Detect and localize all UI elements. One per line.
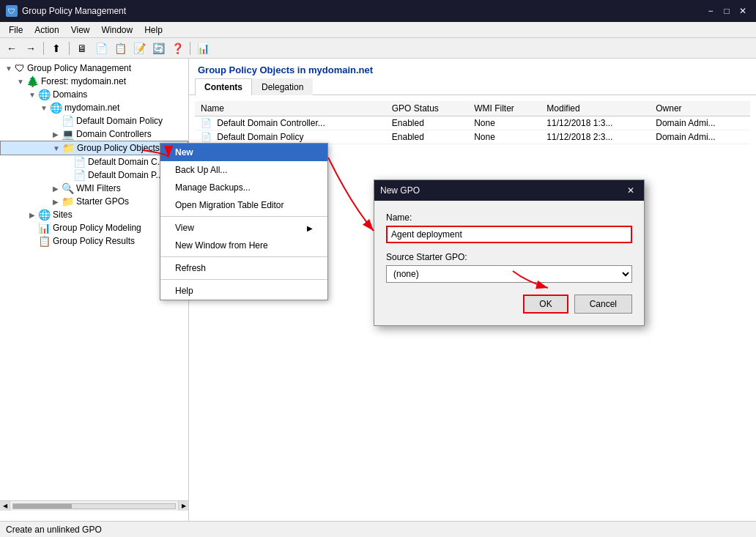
- ctx-open-migration[interactable]: Open Migration Table Editor: [160, 196, 327, 214]
- scroll-right[interactable]: ▶: [178, 501, 188, 511]
- tree-expand-root[interactable]: ▼: [3, 64, 15, 73]
- domains-icon: 🌐: [38, 89, 51, 100]
- new-window-button[interactable]: 📄: [92, 40, 110, 56]
- dialog-name-input[interactable]: [386, 226, 632, 243]
- app-icon: 🛡: [6, 5, 18, 17]
- ctx-new-window[interactable]: New Window from Here: [160, 237, 327, 254]
- dialog-buttons: OK Cancel: [386, 295, 632, 314]
- ctx-sep-1: [160, 216, 327, 217]
- tree-expand-dc[interactable]: ▶: [50, 130, 62, 138]
- title-bar: 🛡 Group Policy Management − □ ✕: [0, 0, 756, 22]
- wmi-icon: 🔍: [62, 182, 74, 194]
- dialog-cancel-button[interactable]: Cancel: [574, 295, 632, 314]
- tree-expand-domain[interactable]: ▼: [38, 104, 50, 112]
- ddc-icon: 📄: [73, 156, 86, 168]
- tree-ddp[interactable]: 📄 Default Domain Policy: [0, 114, 188, 127]
- cell-owner-1: Domain Admi...: [650, 116, 750, 130]
- ctx-help[interactable]: Help: [160, 282, 327, 300]
- dialog-close-button[interactable]: ✕: [623, 183, 638, 198]
- ctx-manage-backups[interactable]: Manage Backups...: [160, 179, 327, 196]
- gpo-row-icon-2: 📄: [201, 132, 212, 142]
- menu-help[interactable]: Help: [138, 23, 168, 37]
- cell-filter-2: None: [468, 130, 541, 144]
- table-row[interactable]: 📄 Default Domain Policy Enabled None 11/…: [195, 130, 750, 144]
- dc-icon: 💻: [62, 128, 74, 140]
- tree-expand-wmi[interactable]: ▶: [50, 185, 62, 193]
- tab-contents[interactable]: Contents: [195, 78, 252, 95]
- menu-action[interactable]: Action: [29, 23, 64, 37]
- menu-file[interactable]: File: [3, 23, 29, 37]
- menu-bar: File Action View Window Help: [0, 22, 756, 38]
- properties-button[interactable]: 📋: [111, 40, 129, 56]
- report-button[interactable]: 📊: [194, 40, 212, 56]
- cell-modified-2: 11/12/2018 2:3...: [541, 130, 650, 144]
- col-owner[interactable]: Owner: [650, 101, 750, 116]
- right-header: Group Policy Objects in mydomain.net: [189, 59, 756, 78]
- tree-dc[interactable]: ▶ 💻 Domain Controllers: [0, 127, 188, 141]
- close-button[interactable]: ✕: [735, 4, 750, 18]
- tab-delegation[interactable]: Delegation: [252, 78, 313, 95]
- status-bar: Create an unlinked GPO: [0, 521, 756, 537]
- tree-gpo-label: Group Policy Objects: [77, 143, 160, 153]
- col-filter[interactable]: WMI Filter: [468, 101, 541, 116]
- cell-modified-1: 11/12/2018 1:3...: [541, 116, 650, 130]
- toolbar: ← → ⬆ 🖥 📄 📋 📝 🔄 ❓ 📊: [0, 38, 756, 59]
- tree-wmi-label: WMI Filters: [76, 183, 121, 193]
- menu-window[interactable]: Window: [96, 23, 139, 37]
- ctx-refresh[interactable]: Refresh: [160, 259, 327, 277]
- root-icon: 🛡: [15, 62, 25, 74]
- dialog-name-label: Name:: [386, 212, 632, 223]
- scroll-track: [12, 503, 176, 509]
- scroll-left[interactable]: ◀: [0, 501, 10, 511]
- col-name[interactable]: Name: [195, 101, 386, 116]
- ctx-backup-all[interactable]: Back Up All...: [160, 161, 327, 179]
- starter-icon: 📁: [62, 196, 74, 207]
- col-status[interactable]: GPO Status: [386, 101, 468, 116]
- dialog-content: Name: Source Starter GPO: (none) OK Canc…: [374, 201, 644, 325]
- col-modified[interactable]: Modified: [541, 101, 650, 116]
- forward-button[interactable]: →: [22, 40, 40, 56]
- minimize-button[interactable]: −: [703, 4, 718, 18]
- tree-forest[interactable]: ▼ 🌲 Forest: mydomain.net: [0, 75, 188, 88]
- tree-expand-sites[interactable]: ▶: [26, 211, 38, 219]
- show-hide-button[interactable]: 🖥: [73, 40, 91, 56]
- help-button[interactable]: ❓: [168, 40, 186, 56]
- results-icon: 📋: [38, 235, 51, 247]
- ddp2-icon: 📄: [73, 169, 86, 181]
- table-row[interactable]: 📄 Default Domain Controller... Enabled N…: [195, 116, 750, 130]
- tree-domain[interactable]: ▼ 🌐 mydomain.net: [0, 101, 188, 114]
- tree-sites-label: Sites: [53, 210, 73, 220]
- h-scrollbar[interactable]: ◀ ▶: [0, 500, 188, 511]
- window-title: Group Policy Management: [22, 6, 126, 16]
- maximize-button[interactable]: □: [719, 4, 734, 18]
- back-button[interactable]: ←: [3, 40, 21, 56]
- refresh-button[interactable]: 🔄: [149, 40, 167, 56]
- scroll-thumb[interactable]: [13, 504, 72, 508]
- tree-modeling-label: Group Policy Modeling: [53, 223, 141, 233]
- menu-view[interactable]: View: [65, 23, 96, 37]
- ctx-view[interactable]: View ▶: [160, 219, 327, 237]
- dialog-titlebar: New GPO ✕: [374, 180, 644, 201]
- gpo-icon: 📁: [62, 142, 75, 154]
- filter-button[interactable]: 📝: [130, 40, 148, 56]
- tree-forest-label: Forest: mydomain.net: [41, 76, 126, 86]
- tree-expand-starter[interactable]: ▶: [50, 198, 62, 206]
- status-text: Create an unlinked GPO: [6, 525, 102, 535]
- modeling-icon: 📊: [38, 222, 51, 234]
- tree-results-label: Group Policy Results: [53, 236, 135, 246]
- dialog-ok-button[interactable]: OK: [523, 295, 568, 314]
- up-button[interactable]: ⬆: [48, 40, 65, 56]
- cell-status-1: Enabled: [386, 116, 468, 130]
- ctx-new[interactable]: New: [160, 144, 327, 161]
- tree-root[interactable]: ▼ 🛡 Group Policy Management: [0, 62, 188, 75]
- tree-expand-domains[interactable]: ▼: [26, 91, 38, 99]
- cell-name-2: 📄 Default Domain Policy: [195, 130, 386, 144]
- tree-domains[interactable]: ▼ 🌐 Domains: [0, 88, 188, 101]
- dialog-source-select[interactable]: (none): [386, 265, 632, 283]
- tree-ddp-label: Default Domain Policy: [76, 116, 163, 126]
- gpo-table: Name GPO Status WMI Filter Modified Owne…: [195, 101, 750, 144]
- tree-expand-gpo[interactable]: ▼: [51, 144, 62, 152]
- cell-name-1: 📄 Default Domain Controller...: [195, 116, 386, 130]
- tree-expand-forest[interactable]: ▼: [15, 78, 26, 86]
- toolbar-separator-1: [43, 42, 44, 55]
